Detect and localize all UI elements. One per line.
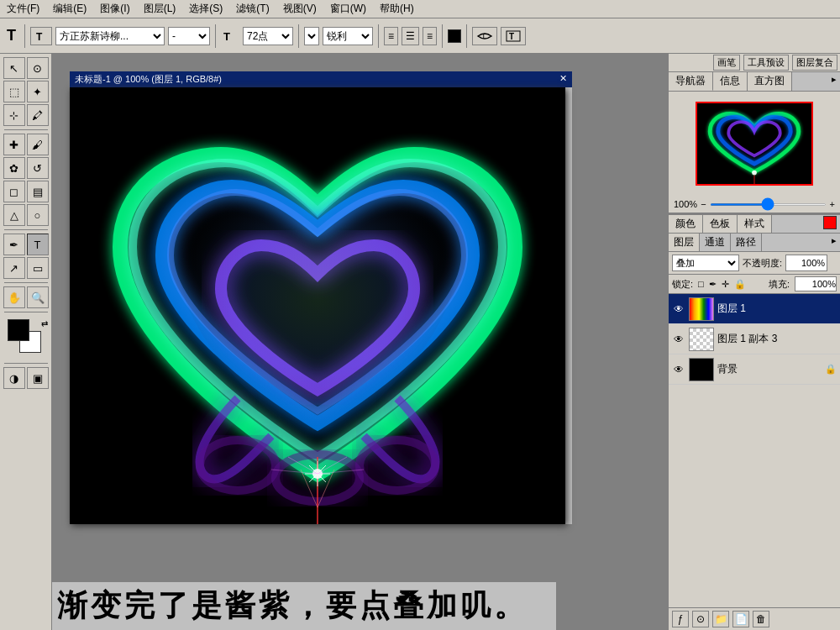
tab-info[interactable]: 信息 [713, 72, 748, 91]
sep6 [466, 24, 467, 48]
new-layer-btn[interactable]: 📄 [732, 611, 749, 627]
tab-navigator[interactable]: 导航器 [669, 72, 713, 91]
tab-histogram[interactable]: 直方图 [748, 72, 792, 91]
layer-visibility-copy[interactable]: 👁 [672, 333, 685, 346]
gradient-tool[interactable]: ▤ [27, 181, 49, 202]
zoom-out-btn[interactable]: − [701, 199, 706, 209]
nav-panel-menu[interactable]: ▸ [828, 72, 840, 91]
tab-swatches[interactable]: 色板 [703, 215, 738, 233]
menu-filter[interactable]: 滤镜(T) [233, 2, 272, 16]
font-family-select[interactable]: 方正苏新诗柳... [55, 27, 165, 45]
pen-tool[interactable]: ✒ [3, 234, 25, 255]
menu-image[interactable]: 图像(I) [97, 2, 133, 16]
text-orientation-btn[interactable]: T [30, 27, 52, 45]
tool-sep3 [4, 282, 48, 283]
eyedropper-tool[interactable]: 🖍 [27, 104, 49, 126]
lock-transparent-icon[interactable]: □ [698, 279, 704, 289]
menu-edit[interactable]: 编辑(E) [50, 2, 90, 16]
menu-window[interactable]: 窗口(W) [327, 2, 370, 16]
layer-visibility-1[interactable]: 👁 [672, 302, 685, 316]
lock-move-icon[interactable]: ✛ [722, 279, 729, 290]
layer-comp-btn[interactable]: 图层复合 [792, 55, 837, 71]
layers-panel: 图层 通道 路径 ▸ 叠加 不透明度: 锁定: □ ✒ ✛ 🔒 填充: [669, 234, 840, 630]
add-mask-btn[interactable]: ⊙ [692, 611, 709, 627]
stamp-tool[interactable]: ✿ [3, 157, 25, 179]
tab-paths[interactable]: 路径 [731, 234, 762, 251]
layer-visibility-bg[interactable]: 👁 [672, 363, 685, 376]
menu-layer[interactable]: 图层(L) [140, 2, 180, 16]
zoom-tool[interactable]: 🔍 [27, 286, 49, 308]
brush-presets-btn[interactable]: 画笔 [713, 55, 740, 71]
quick-mask-btn[interactable]: ◑ [3, 367, 25, 389]
history-brush[interactable]: ↺ [27, 157, 49, 179]
zoom-in-btn[interactable]: + [830, 199, 835, 209]
lock-paint-icon[interactable]: ✒ [709, 279, 717, 290]
hand-tool[interactable]: ✋ [3, 286, 25, 308]
layer-name-1: 图层 1 [717, 302, 837, 316]
menu-file[interactable]: 文件(F) [3, 2, 43, 16]
align-center-btn[interactable]: ☰ [402, 27, 419, 45]
menu-select[interactable]: 选择(S) [186, 2, 226, 16]
svg-text:T: T [481, 32, 486, 40]
menu-help[interactable]: 帮助(H) [376, 2, 417, 16]
svg-rect-24 [690, 298, 713, 320]
move-tool[interactable]: ↖ [3, 57, 25, 79]
text-color-swatch[interactable] [448, 29, 461, 43]
tab-channels[interactable]: 通道 [700, 234, 731, 251]
brush-tool[interactable]: 🖌 [27, 134, 49, 155]
blend-mode-select[interactable]: 叠加 [672, 255, 739, 271]
lasso-tool[interactable]: ⊙ [27, 57, 49, 79]
canvas-container[interactable] [70, 87, 565, 524]
sep1 [24, 24, 25, 48]
dodge-tool[interactable]: ○ [27, 204, 49, 226]
eraser-tool[interactable]: ◻ [3, 181, 25, 202]
layer-lock-bg: 🔒 [825, 364, 837, 375]
character-panel-btn[interactable]: T [501, 27, 526, 45]
color-picker-area[interactable]: ⇄ [4, 319, 48, 356]
new-set-btn[interactable]: 📁 [712, 611, 729, 627]
tool-group-marquee: ⬚ ✦ [3, 81, 49, 102]
top-right-toolbar: 画笔 工具预设 图层复合 [669, 54, 840, 72]
lock-all-icon[interactable]: 🔒 [734, 279, 746, 290]
canvas-close-btn[interactable]: ✕ [559, 73, 567, 86]
tab-layers[interactable]: 图层 [669, 234, 700, 251]
align-right-btn[interactable]: ≡ [423, 27, 437, 45]
tool-presets-btn[interactable]: 工具预设 [743, 55, 789, 71]
font-style-select[interactable]: - [168, 27, 210, 45]
zoom-slider[interactable] [710, 203, 827, 206]
sep5 [442, 24, 443, 48]
opacity-input[interactable] [785, 255, 827, 271]
heal-tool[interactable]: ✚ [3, 134, 25, 155]
tool-group-stamp: ✿ ↺ [3, 157, 49, 179]
layer-row-bg[interactable]: 👁 背景 🔒 [669, 354, 840, 385]
magic-wand-tool[interactable]: ✦ [27, 81, 49, 102]
anti-alias-select[interactable]: 锐利 [323, 27, 373, 45]
align-left-btn[interactable]: ≡ [384, 27, 398, 45]
text-tool[interactable]: T [27, 234, 49, 255]
path-select-tool[interactable]: ↗ [3, 257, 25, 279]
layer-row-1[interactable]: 👁 图层 1 [669, 294, 840, 324]
screen-mode-btn[interactable]: ▣ [27, 367, 49, 389]
blur-tool[interactable]: △ [3, 204, 25, 226]
color-red-indicator[interactable] [823, 216, 837, 229]
warp-text-btn[interactable]: T [472, 27, 497, 45]
layers-panel-menu[interactable]: ▸ [828, 234, 840, 251]
crop-tool[interactable]: ⊹ [3, 104, 25, 126]
tab-color[interactable]: 颜色 [669, 215, 703, 233]
delete-layer-btn[interactable]: 🗑 [753, 611, 769, 627]
layer-thumb-copy [689, 328, 714, 351]
marquee-tool[interactable]: ⬚ [3, 81, 25, 102]
chinese-text-overlay: 渐变完了是酱紫，要点叠加叽。 [52, 582, 556, 630]
tool-group-3d: ✋ 🔍 [3, 286, 49, 308]
layer-row-copy[interactable]: 👁 图层 1 副本 3 [669, 324, 840, 354]
tool-group-blur: △ ○ [3, 204, 49, 226]
foreground-color[interactable] [8, 319, 29, 341]
menu-view[interactable]: 视图(V) [280, 2, 320, 16]
shape-tool[interactable]: ▭ [27, 257, 49, 279]
font-size-select[interactable]: 72点 [243, 27, 293, 45]
fill-input[interactable] [795, 276, 837, 291]
tab-styles[interactable]: 样式 [738, 215, 772, 233]
add-style-btn[interactable]: ƒ [672, 611, 689, 627]
layer-name-copy: 图层 1 副本 3 [717, 332, 837, 346]
swap-colors[interactable]: ⇄ [41, 319, 48, 328]
